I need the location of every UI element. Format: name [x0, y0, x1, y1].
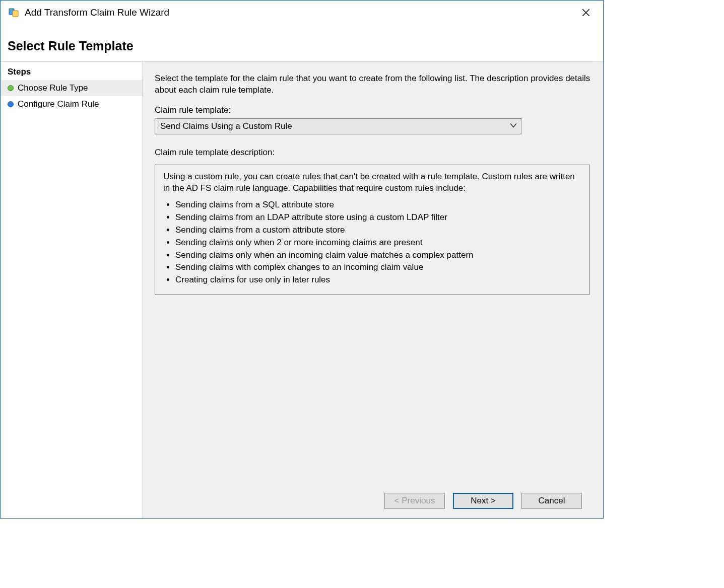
next-button[interactable]: Next >: [453, 493, 513, 509]
instruction-text: Select the template for the claim rule t…: [155, 73, 591, 96]
description-intro: Using a custom rule, you can create rule…: [163, 171, 581, 194]
previous-button: < Previous: [384, 493, 445, 509]
claim-rule-template-dropdown[interactable]: Send Claims Using a Custom Rule: [155, 118, 521, 134]
page-header: Select Rule Template: [1, 25, 603, 61]
wizard-footer: < Previous Next > Cancel: [155, 484, 591, 518]
page-title: Select Rule Template: [8, 39, 596, 53]
template-label: Claim rule template:: [155, 105, 591, 115]
step-choose-rule-type[interactable]: Choose Rule Type: [1, 80, 142, 96]
template-description-box: Using a custom rule, you can create rule…: [155, 165, 590, 295]
description-bullet: Sending claims only when 2 or more incom…: [175, 237, 581, 249]
green-dot-icon: [8, 85, 14, 91]
close-button[interactable]: [576, 3, 596, 23]
description-bullet: Sending claims only when an incoming cla…: [175, 250, 581, 261]
dropdown-value: Send Claims Using a Custom Rule: [160, 121, 292, 131]
cancel-button[interactable]: Cancel: [521, 493, 582, 509]
description-bullet: Sending claims from a custom attribute s…: [175, 225, 581, 236]
chevron-down-icon: [510, 121, 517, 131]
wizard-icon: [8, 7, 20, 19]
wizard-window: Add Transform Claim Rule Wizard Select R…: [0, 0, 604, 519]
main-panel: Select the template for the claim rule t…: [143, 62, 603, 518]
step-configure-claim-rule[interactable]: Configure Claim Rule: [1, 96, 142, 112]
description-bullet-list: Sending claims from a SQL attribute stor…: [163, 199, 581, 286]
window-title: Add Transform Claim Rule Wizard: [25, 7, 576, 18]
steps-sidebar: Steps Choose Rule TypeConfigure Claim Ru…: [1, 62, 143, 518]
steps-heading: Steps: [1, 65, 142, 80]
blue-dot-icon: [8, 101, 14, 107]
description-bullet: Sending claims from an LDAP attribute st…: [175, 212, 581, 224]
step-label: Choose Rule Type: [18, 83, 88, 93]
description-label: Claim rule template description:: [155, 148, 591, 158]
description-bullet: Sending claims with complex changes to a…: [175, 262, 581, 273]
step-label: Configure Claim Rule: [18, 99, 99, 109]
description-bullet: Creating claims for use only in later ru…: [175, 274, 581, 286]
description-bullet: Sending claims from a SQL attribute stor…: [175, 199, 581, 211]
titlebar: Add Transform Claim Rule Wizard: [1, 1, 603, 25]
svg-rect-1: [13, 11, 18, 17]
